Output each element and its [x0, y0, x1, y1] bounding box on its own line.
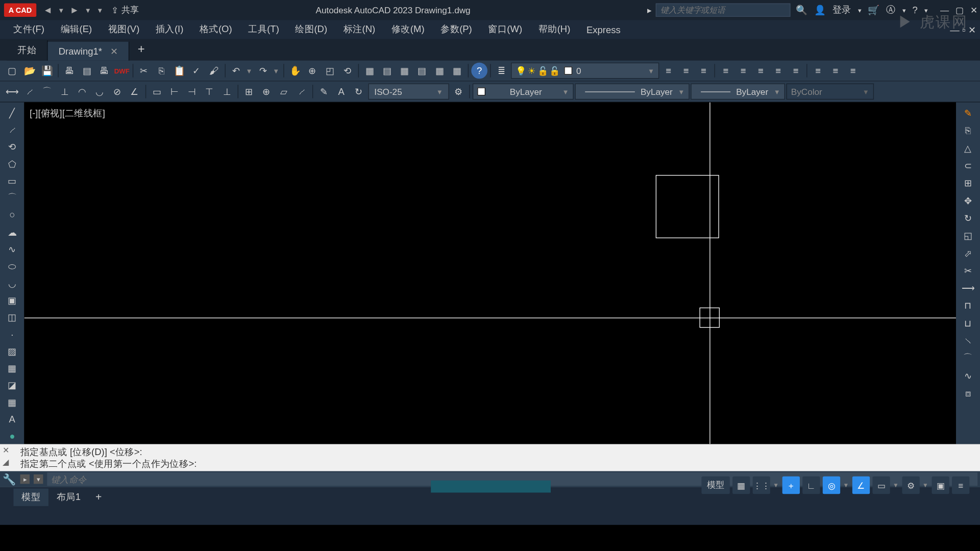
status-model-button[interactable]: 模型 [701, 477, 729, 494]
dimstyle-mgr-icon[interactable]: ⚙ [450, 84, 467, 100]
prop-icon[interactable]: ▦ [361, 63, 378, 79]
dwf-icon[interactable]: DWF [114, 63, 130, 79]
help-icon[interactable]: ? [471, 63, 487, 79]
layer-tool5-icon[interactable]: ≡ [735, 63, 751, 79]
publish-icon[interactable]: 🖶 [96, 63, 113, 79]
dim-ord-icon[interactable]: ⊥ [57, 84, 73, 100]
revcloud-icon[interactable]: ☁ [3, 224, 21, 240]
menu-window[interactable]: 窗口(W) [488, 23, 522, 36]
gradient-icon[interactable]: ▦ [3, 360, 21, 376]
inspect-icon[interactable]: ▱ [276, 84, 292, 100]
layer-tool6-icon[interactable]: ≡ [753, 63, 769, 79]
dropdown-icon[interactable]: ▾ [858, 7, 862, 14]
paste-icon[interactable]: 📋 [171, 63, 187, 79]
text-icon[interactable]: A [3, 411, 21, 427]
stretch-icon[interactable]: ⬀ [959, 245, 977, 261]
menu-icon[interactable]: ≡ [952, 477, 969, 494]
layer-tool4-icon[interactable]: ≡ [718, 63, 734, 79]
fullscreen-icon[interactable]: ▣ [932, 477, 949, 494]
dim-space-icon[interactable]: ⊤ [201, 84, 217, 100]
menu-file[interactable]: 文件(F) [13, 23, 44, 36]
redo-icon[interactable]: ↷ [255, 63, 272, 79]
layer-tool11-icon[interactable]: ≡ [845, 63, 861, 79]
undo-icon[interactable]: ↶ [228, 63, 244, 79]
tool-icon[interactable]: ▦ [397, 63, 413, 79]
add-selected-icon[interactable]: ● [3, 429, 21, 444]
brush-icon[interactable]: 🖌 [206, 63, 223, 79]
drawing-canvas[interactable]: [-][俯视][二维线框] [24, 102, 955, 444]
tolerance-icon[interactable]: ⊞ [241, 84, 257, 100]
dropdown-icon[interactable]: ▼ [96, 7, 103, 14]
ortho-icon[interactable]: + [782, 477, 800, 494]
dim-break-icon[interactable]: ⊥ [219, 84, 235, 100]
calc-icon[interactable]: ▤ [414, 63, 430, 79]
viewport-label[interactable]: [-][俯视][二维线框] [30, 108, 105, 120]
move-icon[interactable]: ✥ [959, 192, 977, 209]
region-icon[interactable]: ◪ [3, 378, 21, 393]
user-icon[interactable]: 👤 [814, 5, 825, 15]
color-combo[interactable]: ByLayer ▼ [473, 84, 574, 100]
app-icon[interactable]: Ⓐ [886, 4, 895, 16]
ellipse-arc-icon[interactable]: ◡ [3, 275, 21, 291]
mirror-icon[interactable]: △ [959, 140, 977, 156]
polygon-icon[interactable]: ⬠ [3, 156, 21, 172]
fillet-icon[interactable]: ⌒ [959, 350, 977, 366]
new-icon[interactable]: ▢ [4, 63, 20, 79]
dimedit-icon[interactable]: ✎ [316, 84, 332, 100]
zoom-prev-icon[interactable]: ⟲ [339, 63, 356, 79]
dim-arc-icon[interactable]: ⌒ [39, 84, 56, 100]
explode-icon[interactable]: ⧈ [959, 385, 977, 401]
extend-icon[interactable]: ⟶ [959, 280, 977, 296]
menu-view[interactable]: 视图(V) [108, 23, 140, 36]
dropdown-icon[interactable]: ▼ [246, 67, 254, 74]
tab-start[interactable]: 开始 [7, 40, 47, 61]
pan-icon[interactable]: ✋ [287, 63, 303, 79]
copy-icon[interactable]: ⎘ [154, 63, 170, 79]
menu-express[interactable]: Express [586, 24, 621, 35]
cart-icon[interactable]: 🛒 [868, 5, 879, 15]
tab-close-icon[interactable]: ✕ [110, 46, 118, 57]
offset-icon[interactable]: ⊂ [959, 158, 977, 174]
dim-linear-icon[interactable]: ⟷ [4, 84, 20, 100]
scale-icon[interactable]: ◱ [959, 228, 977, 244]
grid-icon[interactable]: ▦ [732, 477, 750, 494]
settings-icon[interactable]: ⚙ [902, 477, 919, 494]
menu-tools[interactable]: 工具(T) [248, 23, 279, 36]
undo-icon[interactable]: ◄ [43, 5, 52, 15]
open-icon[interactable]: 📂 [21, 63, 38, 79]
calc3-icon[interactable]: ▦ [449, 63, 465, 79]
otrack-icon[interactable]: ∠ [852, 477, 870, 494]
chamfer-icon[interactable]: ⟍ [959, 333, 977, 349]
zoom-window-icon[interactable]: ◰ [322, 63, 338, 79]
save-icon[interactable]: 💾 [39, 63, 56, 79]
print-icon[interactable]: 🖶 [61, 63, 78, 79]
arc-icon[interactable]: ⌒ [3, 190, 21, 206]
share-button[interactable]: ⇪ 共享 [111, 4, 139, 16]
layer-mgr-icon[interactable]: ≣ [494, 63, 510, 79]
tab-add-button[interactable]: + [130, 38, 153, 61]
menu-modify[interactable]: 修改(M) [391, 23, 425, 36]
lineweight-combo[interactable]: ByLayer ▼ [691, 84, 785, 100]
menu-format[interactable]: 格式(O) [200, 23, 232, 36]
sheet-icon[interactable]: ▤ [379, 63, 396, 79]
array-icon[interactable]: ⊞ [959, 175, 977, 191]
break-icon[interactable]: ⊓ [959, 297, 977, 314]
dropdown-icon[interactable]: ▼ [58, 7, 64, 14]
cmd-pin-icon[interactable]: ◢ [3, 456, 9, 468]
menu-dimension[interactable]: 标注(N) [344, 23, 376, 36]
cut-icon[interactable]: ✂ [136, 63, 152, 79]
line-icon[interactable]: ╱ [3, 105, 21, 121]
trim-icon[interactable]: ✂ [959, 262, 977, 279]
dim-jog-icon[interactable]: ◡ [91, 84, 108, 100]
xline-icon[interactable]: ⟋ [3, 122, 21, 138]
table-icon[interactable]: ▦ [3, 394, 21, 410]
snap-icon[interactable]: ⋮⋮ [753, 477, 770, 494]
plotstyle-combo[interactable]: ByColor ▼ [787, 84, 874, 100]
rectangle-icon[interactable]: ▭ [3, 173, 21, 189]
lwt-icon[interactable]: ▭ [872, 477, 890, 494]
spline-icon[interactable]: ∿ [3, 241, 21, 257]
pline-icon[interactable]: ⟲ [3, 139, 21, 155]
circle-icon[interactable]: ○ [3, 207, 21, 223]
point-icon[interactable]: · [3, 327, 21, 342]
blend-icon[interactable]: ∿ [959, 367, 977, 384]
